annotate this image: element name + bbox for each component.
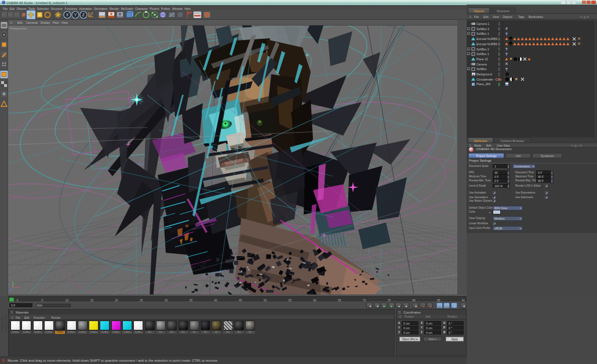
svg-text:Y: Y <box>74 13 77 17</box>
svg-text:X: X <box>66 13 69 17</box>
svg-text:Z: Z <box>82 13 85 17</box>
